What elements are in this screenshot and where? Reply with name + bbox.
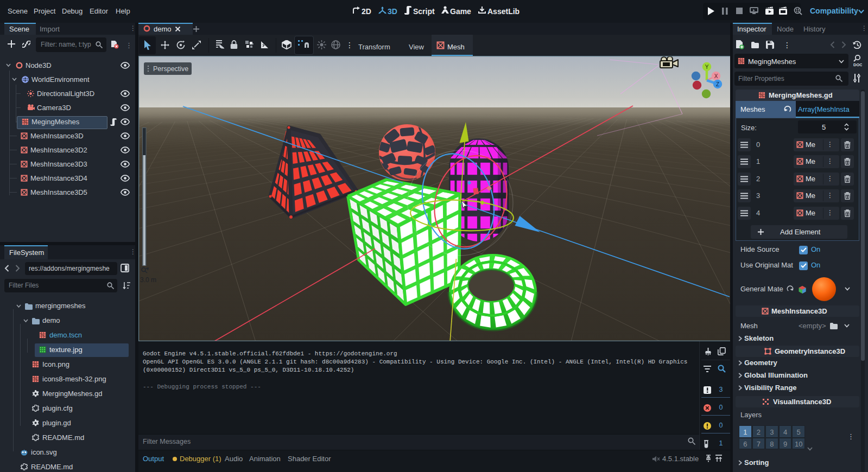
svg-text:Perspective: Perspective: [153, 65, 188, 73]
svg-text:X: X: [714, 73, 718, 79]
svg-text:DOC: DOC: [853, 62, 862, 67]
svg-text:3.0 m: 3.0 m: [140, 276, 156, 284]
svg-text:Z: Z: [716, 81, 719, 87]
svg-text:Y: Y: [705, 64, 709, 70]
